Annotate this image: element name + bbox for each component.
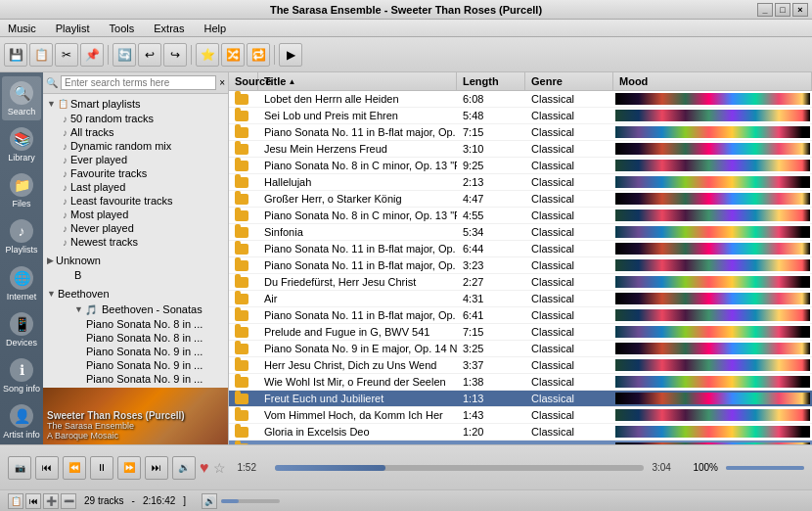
table-row[interactable]: Piano Sonata No. 10 in G major, Op. 14 N… — [229, 441, 812, 444]
sidebar-files[interactable]: 📁 Files — [2, 169, 41, 213]
unknown-b-item[interactable]: B — [43, 268, 228, 282]
menu-playlist[interactable]: Playlist — [52, 22, 94, 35]
playlist-item-leastfavourite[interactable]: ♪ Least favourite tracks — [43, 194, 228, 208]
sidebar-artist-info[interactable]: 👤 Artist info — [2, 400, 41, 444]
toolbar-bookmark[interactable]: 📌 — [80, 43, 104, 67]
table-row[interactable]: Großer Herr, o Starker König 4:47 Classi… — [229, 191, 812, 208]
status-icon-playlist[interactable]: 📋 — [8, 493, 23, 509]
player-screenshot-btn[interactable]: 📷 — [8, 456, 31, 480]
sidebar-search[interactable]: 🔍 Search — [2, 76, 41, 120]
sonata-item-2[interactable]: Piano Sonata No. 9 in ... — [43, 345, 228, 358]
table-row[interactable]: Gloria in Excelsis Deo 1:20 Classical — [229, 424, 812, 441]
table-row[interactable]: Sei Lob und Preis mit Ehren 5:48 Classic… — [229, 108, 812, 124]
progress-bar-container[interactable] — [275, 465, 645, 471]
table-row[interactable]: Vom Himmel Hoch, da Komm Ich Her 1:43 Cl… — [229, 407, 812, 424]
table-row[interactable]: Herr Jesu Christ, Dich zu Uns Wend 3:37 … — [229, 357, 812, 374]
player-prev-skip[interactable]: ⏪ — [63, 456, 86, 480]
player-prev[interactable]: ⏮ — [35, 456, 59, 480]
player-vol-down[interactable]: 🔉 — [172, 456, 196, 480]
table-row[interactable]: Jesu Mein Herzens Freud 3:10 Classical — [229, 141, 812, 158]
col-source[interactable]: Source — [229, 72, 258, 90]
track-genre: Classical — [525, 158, 613, 173]
status-icon-prev[interactable]: ⏮ — [25, 493, 41, 509]
status-vol-icon[interactable]: 🔊 — [202, 493, 217, 509]
track-length: 7:15 — [457, 324, 525, 340]
mini-progress-bar[interactable] — [221, 499, 280, 503]
table-row[interactable]: Air 4:31 Classical — [229, 291, 812, 307]
track-length: 9:25 — [457, 158, 525, 173]
sonata-item-4[interactable]: Piano Sonata No. 9 in ... — [43, 372, 228, 386]
smart-playlists-header[interactable]: ▼ 📋 Smart playlists — [43, 96, 228, 112]
sidebar-library[interactable]: 📚 Library — [2, 122, 41, 166]
table-row[interactable]: Piano Sonata No. 8 in C minor, Op. 13 "P… — [229, 208, 812, 224]
player-heart[interactable]: ♥ — [200, 459, 209, 477]
playlist-item-alltracks[interactable]: ♪ All tracks — [43, 125, 228, 139]
player-next[interactable]: ⏭ — [145, 456, 168, 480]
sidebar-playlists[interactable]: ♪ Playlists — [2, 215, 41, 259]
sidebar-internet[interactable]: 🌐 Internet — [2, 261, 41, 305]
col-genre[interactable]: Genre — [525, 72, 613, 90]
col-length[interactable]: Length — [457, 72, 525, 90]
table-row[interactable]: Piano Sonata No. 11 in B-flat major, Op.… — [229, 307, 812, 324]
table-row[interactable]: Sinfonia 5:34 Classical — [229, 224, 812, 241]
col-mood[interactable]: Mood — [613, 72, 812, 90]
sidebar-song-info[interactable]: ℹ Song info — [2, 354, 41, 398]
sonata-item-1[interactable]: Piano Sonata No. 8 in ... — [43, 331, 228, 345]
toolbar-shuffle[interactable]: 🔀 — [221, 43, 245, 67]
track-mood — [613, 124, 812, 140]
playlist-item-newesttracks[interactable]: ♪ Newest tracks — [43, 235, 228, 249]
menu-help[interactable]: Help — [200, 22, 230, 35]
toolbar-play-arrow[interactable]: ▶ — [279, 43, 302, 67]
playlist-item-favourite[interactable]: ♪ Favourite tracks — [43, 166, 228, 180]
playlist-item-mostplayed[interactable]: ♪ Most played — [43, 208, 228, 221]
toolbar-cut[interactable]: ✂ — [55, 43, 78, 67]
search-clear-icon[interactable]: × — [219, 77, 225, 88]
volume-slider[interactable] — [726, 466, 804, 470]
unknown-header[interactable]: ▶ Unknown — [43, 253, 228, 268]
table-row[interactable]: Piano Sonata No. 11 in B-flat major, Op.… — [229, 124, 812, 141]
toolbar-star[interactable]: ⭐ — [196, 43, 219, 67]
menu-extras[interactable]: Extras — [150, 22, 188, 35]
playlist-item-neverplayed[interactable]: ♪ Never played — [43, 221, 228, 235]
table-row[interactable]: Piano Sonata No. 8 in C minor, Op. 13 "P… — [229, 158, 812, 174]
close-button[interactable]: × — [792, 3, 808, 17]
minimize-button[interactable]: _ — [757, 3, 773, 17]
track-list[interactable]: Source Title ▲ Length Genre Mood — [229, 72, 812, 444]
table-row[interactable]: Hallelujah 2:13 Classical — [229, 174, 812, 191]
status-icon-add[interactable]: ➕ — [43, 493, 59, 509]
toolbar-save[interactable]: 💾 — [4, 43, 27, 67]
player-next-skip[interactable]: ⏩ — [117, 456, 141, 480]
player-star-rating[interactable]: ☆ — [213, 460, 226, 476]
playlist-item-lastplayed[interactable]: ♪ Last played — [43, 180, 228, 194]
toolbar-refresh[interactable]: 🔄 — [113, 43, 136, 67]
sonata-item-3[interactable]: Piano Sonata No. 9 in ... — [43, 358, 228, 372]
menu-tools[interactable]: Tools — [106, 22, 139, 35]
table-row[interactable]: Freut Euch und Jubilieret 1:13 Classical — [229, 391, 812, 407]
sidebar-devices[interactable]: 📱 Devices — [2, 307, 41, 351]
beethoven-sonatas-header[interactable]: ▼ 🎵 Beethoven - Sonatas — [43, 302, 228, 317]
table-row[interactable]: Du Friedefürst, Herr Jesu Christ 2:27 Cl… — [229, 274, 812, 291]
table-row[interactable]: Piano Sonata No. 11 in B-flat major, Op.… — [229, 241, 812, 257]
table-row[interactable]: Wie Wohl Ist Mir, o Freund der Seelen 1:… — [229, 374, 812, 391]
col-title[interactable]: Title ▲ — [258, 72, 457, 90]
maximize-button[interactable]: □ — [775, 3, 790, 17]
playlist-item-dynamic[interactable]: ♪ Dynamic random mix — [43, 139, 228, 153]
player-pause[interactable]: ⏸ — [90, 456, 113, 480]
toolbar-copy[interactable]: 📋 — [29, 43, 53, 67]
track-title: Piano Sonata No. 11 in B-flat major, Op.… — [258, 257, 457, 273]
toolbar-back[interactable]: ↩ — [138, 43, 161, 67]
table-row[interactable]: Piano Sonata No. 9 in E major, Op. 14 No… — [229, 341, 812, 357]
playlist-item-50random[interactable]: ♪ 50 random tracks — [43, 112, 228, 125]
menu-music[interactable]: Music — [4, 22, 40, 35]
search-input[interactable] — [61, 75, 216, 90]
table-row[interactable]: Lobet den Herrn alle Heiden 6:08 Classic… — [229, 91, 812, 108]
toolbar-forward[interactable]: ↪ — [163, 43, 187, 67]
window-controls[interactable]: _ □ × — [757, 3, 808, 17]
status-icon-remove[interactable]: ➖ — [61, 493, 76, 509]
table-row[interactable]: Prelude and Fugue in G, BWV 541 7:15 Cla… — [229, 324, 812, 341]
playlist-item-everplayed[interactable]: ♪ Ever played — [43, 153, 228, 166]
beethoven-header[interactable]: ▼ Beethoven — [43, 286, 228, 302]
table-row[interactable]: Piano Sonata No. 11 in B-flat major, Op.… — [229, 257, 812, 274]
sonata-item-0[interactable]: Piano Sonata No. 8 in ... — [43, 317, 228, 331]
toolbar-repeat[interactable]: 🔁 — [247, 43, 270, 67]
